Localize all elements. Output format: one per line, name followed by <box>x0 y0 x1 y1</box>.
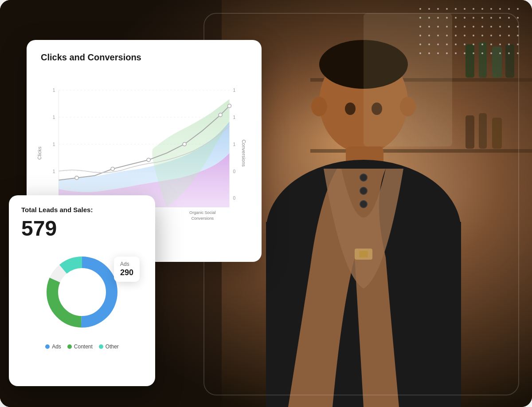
leads-total: 579 <box>21 216 143 241</box>
dot <box>473 26 474 28</box>
legend-ads-dot <box>45 344 50 349</box>
dot <box>419 26 421 28</box>
svg-rect-9 <box>466 115 474 149</box>
legend-other: Other <box>99 344 119 350</box>
dot <box>517 35 519 36</box>
dot <box>446 8 448 10</box>
dot <box>419 43 421 45</box>
svg-text:1: 1 <box>233 142 236 147</box>
dot <box>464 17 466 19</box>
leads-card-title: Total Leads and Sales: <box>21 206 143 213</box>
svg-text:1: 1 <box>233 88 236 93</box>
dot <box>481 43 483 45</box>
svg-point-43 <box>75 176 78 180</box>
dot <box>428 8 430 10</box>
dot <box>481 26 483 28</box>
dot <box>490 8 492 10</box>
svg-rect-25 <box>359 251 368 257</box>
dot <box>499 52 501 54</box>
legend-ads: Ads <box>45 344 61 350</box>
dot <box>517 43 519 45</box>
dot <box>473 8 474 10</box>
legend-content-dot <box>67 344 72 349</box>
svg-point-23 <box>360 201 367 208</box>
dot <box>464 35 466 36</box>
dot <box>419 17 421 19</box>
dot <box>455 35 457 36</box>
dot <box>455 8 457 10</box>
dot <box>464 43 466 45</box>
dot <box>499 17 501 19</box>
dot <box>473 17 474 19</box>
donut-tooltip: Ads 290 <box>114 257 140 282</box>
dot <box>446 43 448 45</box>
svg-point-44 <box>111 167 114 170</box>
svg-point-46 <box>183 142 186 146</box>
dot <box>446 17 448 19</box>
legend-other-dot <box>99 344 103 349</box>
svg-text:Organic Social: Organic Social <box>189 210 215 215</box>
dot <box>508 8 510 10</box>
tooltip-value: 290 <box>120 268 133 277</box>
legend-ads-label: Ads <box>52 344 61 350</box>
dot <box>455 17 457 19</box>
svg-point-45 <box>147 158 150 162</box>
svg-text:0: 0 <box>233 169 236 174</box>
dot <box>473 43 474 45</box>
dot <box>437 8 439 10</box>
dot <box>464 52 466 54</box>
dot <box>499 8 501 10</box>
svg-text:1: 1 <box>53 142 55 147</box>
donut-chart-svg <box>38 248 126 336</box>
dot <box>464 26 466 28</box>
dot <box>446 26 448 28</box>
dot <box>481 35 483 36</box>
dot <box>428 17 430 19</box>
dot <box>490 35 492 36</box>
dot <box>455 26 457 28</box>
dot <box>517 17 519 19</box>
chart-legend: Ads Content Other <box>21 344 143 350</box>
dot <box>437 43 439 45</box>
dot <box>428 52 430 54</box>
dot <box>473 52 474 54</box>
dot <box>446 52 448 54</box>
svg-text:1: 1 <box>53 115 55 120</box>
svg-text:0: 0 <box>233 196 236 201</box>
dot <box>473 35 474 36</box>
svg-point-19 <box>345 103 356 115</box>
dot <box>437 26 439 28</box>
dot <box>490 43 492 45</box>
dot <box>437 17 439 19</box>
dot <box>464 8 466 10</box>
dot <box>490 17 492 19</box>
dot <box>428 26 430 28</box>
dot <box>481 52 483 54</box>
clicks-card-title: Clicks and Conversions <box>41 52 247 63</box>
dot <box>508 35 510 36</box>
dots-grid <box>419 8 524 59</box>
dot <box>419 52 421 54</box>
dot <box>419 35 421 36</box>
svg-point-22 <box>360 187 367 194</box>
dot <box>499 26 501 28</box>
dot <box>517 52 519 54</box>
dot <box>428 43 430 45</box>
svg-text:1: 1 <box>53 169 55 174</box>
y-label-right: Conversions <box>241 139 246 166</box>
svg-point-21 <box>360 174 367 181</box>
svg-rect-11 <box>492 118 502 149</box>
svg-point-48 <box>227 104 231 108</box>
dot <box>508 43 510 45</box>
svg-point-47 <box>219 113 222 117</box>
dot <box>508 52 510 54</box>
dot <box>499 35 501 36</box>
dot <box>517 8 519 10</box>
dot <box>419 8 421 10</box>
svg-point-16 <box>311 97 327 116</box>
dot <box>455 43 457 45</box>
dot <box>446 35 448 36</box>
legend-content: Content <box>67 344 93 350</box>
dot <box>508 26 510 28</box>
dot <box>481 8 483 10</box>
